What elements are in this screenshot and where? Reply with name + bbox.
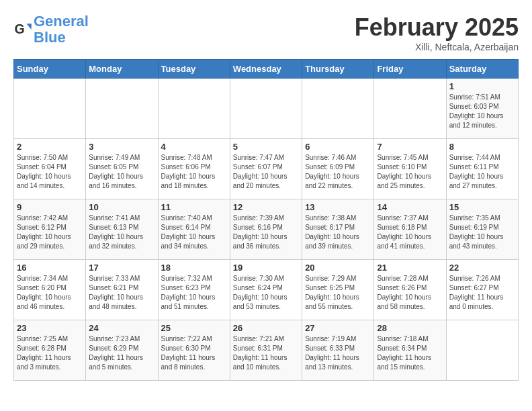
calendar-cell: 2Sunrise: 7:50 AM Sunset: 6:04 PM Daylig…: [14, 139, 86, 199]
day-number: 10: [89, 202, 154, 212]
header-cell-sunday: Sunday: [14, 60, 86, 79]
day-info: Sunrise: 7:29 AM Sunset: 6:25 PM Dayligh…: [305, 274, 371, 312]
week-row-4: 16Sunrise: 7:34 AM Sunset: 6:20 PM Dayli…: [14, 260, 519, 320]
day-number: 8: [449, 142, 515, 152]
day-info: Sunrise: 7:41 AM Sunset: 6:13 PM Dayligh…: [89, 214, 154, 251]
calendar-cell: [374, 79, 446, 139]
calendar-cell: 13Sunrise: 7:38 AM Sunset: 6:17 PM Dayli…: [302, 199, 374, 260]
calendar-cell: 14Sunrise: 7:37 AM Sunset: 6:18 PM Dayli…: [374, 199, 446, 260]
calendar-cell: 12Sunrise: 7:39 AM Sunset: 6:16 PM Dayli…: [230, 199, 302, 260]
day-number: 16: [17, 263, 83, 273]
calendar-cell: [14, 79, 86, 139]
calendar-cell: 9Sunrise: 7:42 AM Sunset: 6:12 PM Daylig…: [14, 199, 86, 260]
calendar-cell: [446, 320, 518, 381]
day-number: 1: [449, 81, 515, 91]
day-info: Sunrise: 7:19 AM Sunset: 6:33 PM Dayligh…: [305, 334, 371, 372]
day-info: Sunrise: 7:47 AM Sunset: 6:07 PM Dayligh…: [233, 153, 299, 191]
calendar-cell: 26Sunrise: 7:21 AM Sunset: 6:31 PM Dayli…: [230, 320, 302, 381]
day-number: 28: [377, 323, 443, 333]
logo: G General Blue: [13, 13, 89, 46]
day-info: Sunrise: 7:35 AM Sunset: 6:19 PM Dayligh…: [449, 214, 515, 251]
header-cell-thursday: Thursday: [302, 60, 374, 79]
day-number: 18: [161, 263, 227, 273]
calendar-cell: 3Sunrise: 7:49 AM Sunset: 6:05 PM Daylig…: [86, 139, 158, 199]
day-info: Sunrise: 7:25 AM Sunset: 6:28 PM Dayligh…: [17, 334, 83, 372]
day-info: Sunrise: 7:38 AM Sunset: 6:17 PM Dayligh…: [305, 214, 371, 251]
calendar-header-row: SundayMondayTuesdayWednesdayThursdayFrid…: [14, 60, 519, 79]
day-info: Sunrise: 7:45 AM Sunset: 6:10 PM Dayligh…: [377, 153, 443, 191]
calendar-cell: 15Sunrise: 7:35 AM Sunset: 6:19 PM Dayli…: [446, 199, 518, 260]
day-info: Sunrise: 7:39 AM Sunset: 6:16 PM Dayligh…: [233, 214, 299, 251]
calendar-cell: 11Sunrise: 7:40 AM Sunset: 6:14 PM Dayli…: [158, 199, 230, 260]
day-number: 17: [89, 263, 154, 273]
page-header: G General Blue February 2025 Xilli, Neft…: [13, 13, 519, 52]
day-number: 27: [305, 323, 371, 333]
calendar-cell: [86, 79, 158, 139]
day-number: 2: [17, 142, 83, 152]
day-number: 23: [17, 323, 83, 333]
day-number: 12: [233, 202, 299, 212]
calendar-cell: 4Sunrise: 7:48 AM Sunset: 6:06 PM Daylig…: [158, 139, 230, 199]
calendar-cell: 25Sunrise: 7:22 AM Sunset: 6:30 PM Dayli…: [158, 320, 230, 381]
logo-text: General Blue: [34, 13, 89, 46]
svg-marker-2: [27, 24, 32, 30]
day-info: Sunrise: 7:40 AM Sunset: 6:14 PM Dayligh…: [161, 214, 227, 251]
svg-text:G: G: [14, 21, 24, 36]
day-info: Sunrise: 7:26 AM Sunset: 6:27 PM Dayligh…: [449, 274, 515, 312]
calendar-cell: 1Sunrise: 7:51 AM Sunset: 6:03 PM Daylig…: [446, 79, 518, 139]
day-info: Sunrise: 7:22 AM Sunset: 6:30 PM Dayligh…: [161, 334, 227, 372]
day-number: 3: [89, 142, 154, 152]
calendar-cell: 23Sunrise: 7:25 AM Sunset: 6:28 PM Dayli…: [14, 320, 86, 381]
day-info: Sunrise: 7:42 AM Sunset: 6:12 PM Dayligh…: [17, 214, 83, 251]
calendar-cell: 17Sunrise: 7:33 AM Sunset: 6:21 PM Dayli…: [86, 260, 158, 320]
page-title: February 2025: [355, 13, 519, 42]
day-info: Sunrise: 7:46 AM Sunset: 6:09 PM Dayligh…: [305, 153, 371, 191]
header-cell-saturday: Saturday: [446, 60, 518, 79]
day-info: Sunrise: 7:51 AM Sunset: 6:03 PM Dayligh…: [449, 93, 515, 130]
day-number: 22: [449, 263, 515, 273]
day-number: 15: [449, 202, 515, 212]
calendar-cell: 10Sunrise: 7:41 AM Sunset: 6:13 PM Dayli…: [86, 199, 158, 260]
calendar-cell: 27Sunrise: 7:19 AM Sunset: 6:33 PM Dayli…: [302, 320, 374, 381]
day-number: 14: [377, 202, 443, 212]
day-number: 7: [377, 142, 443, 152]
calendar-cell: 19Sunrise: 7:30 AM Sunset: 6:24 PM Dayli…: [230, 260, 302, 320]
calendar-cell: 20Sunrise: 7:29 AM Sunset: 6:25 PM Dayli…: [302, 260, 374, 320]
day-info: Sunrise: 7:30 AM Sunset: 6:24 PM Dayligh…: [233, 274, 299, 312]
day-info: Sunrise: 7:48 AM Sunset: 6:06 PM Dayligh…: [161, 153, 227, 191]
day-info: Sunrise: 7:33 AM Sunset: 6:21 PM Dayligh…: [89, 274, 154, 312]
calendar-cell: 8Sunrise: 7:44 AM Sunset: 6:11 PM Daylig…: [446, 139, 518, 199]
calendar-cell: [158, 79, 230, 139]
day-info: Sunrise: 7:23 AM Sunset: 6:29 PM Dayligh…: [89, 334, 154, 372]
day-number: 25: [161, 323, 227, 333]
day-number: 5: [233, 142, 299, 152]
calendar-cell: [230, 79, 302, 139]
day-info: Sunrise: 7:18 AM Sunset: 6:34 PM Dayligh…: [377, 334, 443, 372]
calendar-cell: 7Sunrise: 7:45 AM Sunset: 6:10 PM Daylig…: [374, 139, 446, 199]
calendar-body: 1Sunrise: 7:51 AM Sunset: 6:03 PM Daylig…: [14, 79, 519, 381]
day-number: 6: [305, 142, 371, 152]
calendar-cell: 16Sunrise: 7:34 AM Sunset: 6:20 PM Dayli…: [14, 260, 86, 320]
page-subtitle: Xilli, Neftcala, Azerbaijan: [355, 42, 519, 52]
header-cell-tuesday: Tuesday: [158, 60, 230, 79]
day-number: 19: [233, 263, 299, 273]
title-block: February 2025 Xilli, Neftcala, Azerbaija…: [355, 13, 519, 52]
day-info: Sunrise: 7:21 AM Sunset: 6:31 PM Dayligh…: [233, 334, 299, 372]
calendar-cell: 5Sunrise: 7:47 AM Sunset: 6:07 PM Daylig…: [230, 139, 302, 199]
logo-icon: G: [13, 20, 32, 39]
day-info: Sunrise: 7:50 AM Sunset: 6:04 PM Dayligh…: [17, 153, 83, 191]
day-info: Sunrise: 7:28 AM Sunset: 6:26 PM Dayligh…: [377, 274, 443, 312]
calendar-cell: 22Sunrise: 7:26 AM Sunset: 6:27 PM Dayli…: [446, 260, 518, 320]
calendar-cell: 21Sunrise: 7:28 AM Sunset: 6:26 PM Dayli…: [374, 260, 446, 320]
day-info: Sunrise: 7:32 AM Sunset: 6:23 PM Dayligh…: [161, 274, 227, 312]
calendar-cell: 18Sunrise: 7:32 AM Sunset: 6:23 PM Dayli…: [158, 260, 230, 320]
week-row-2: 2Sunrise: 7:50 AM Sunset: 6:04 PM Daylig…: [14, 139, 519, 199]
day-number: 13: [305, 202, 371, 212]
header-cell-wednesday: Wednesday: [230, 60, 302, 79]
calendar-cell: 24Sunrise: 7:23 AM Sunset: 6:29 PM Dayli…: [86, 320, 158, 381]
day-number: 4: [161, 142, 227, 152]
header-cell-friday: Friday: [374, 60, 446, 79]
day-number: 26: [233, 323, 299, 333]
calendar-cell: [302, 79, 374, 139]
day-info: Sunrise: 7:37 AM Sunset: 6:18 PM Dayligh…: [377, 214, 443, 251]
